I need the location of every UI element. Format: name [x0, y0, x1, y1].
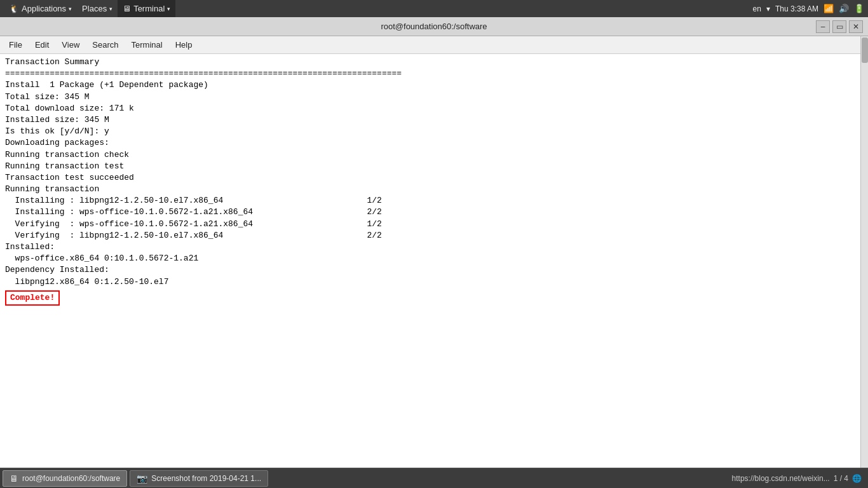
- terminal-window: root@foundation60:/software – ▭ ✕ FileEd…: [0, 17, 868, 488]
- terminal-line: ========================================…: [5, 68, 863, 79]
- terminal-line: Install 1 Package (+1 Dependent package): [5, 79, 863, 91]
- taskbar-screenshot-label: Screenshot from 2019-04-21 1...: [151, 474, 261, 483]
- terminal-line: Dependency Installed:: [5, 264, 863, 276]
- taskbar-right: https://blog.csdn.net/weixin... 1 / 4 🌐: [732, 474, 865, 483]
- menu-item-terminal[interactable]: Terminal: [125, 37, 169, 52]
- complete-badge: Complete!: [5, 290, 60, 306]
- places-label: Places: [82, 4, 107, 13]
- menu-item-edit[interactable]: Edit: [29, 37, 55, 52]
- terminal-icon: 🖥: [123, 4, 131, 13]
- terminal-line: Total size: 345 M: [5, 92, 863, 103]
- scrollbar[interactable]: [860, 36, 868, 468]
- wifi-icon: 📶: [824, 4, 834, 13]
- menu-item-help[interactable]: Help: [169, 37, 199, 52]
- system-bar-right: en ▾ Thu 3:38 AM 📶 🔊 🔋: [753, 4, 864, 13]
- terminal-line: libpng12.x86_64 0:1.2.50-10.el7: [5, 276, 863, 288]
- terminal-line: Is this ok [y/d/N]: y: [5, 126, 863, 137]
- places-arrow: ▾: [109, 6, 112, 12]
- terminal-line: Installed:: [5, 241, 863, 253]
- terminal-menu[interactable]: 🖥 Terminal ▾: [118, 0, 175, 17]
- system-bar: 🐧 Applications ▾ Places ▾ 🖥 Terminal ▾ e…: [0, 0, 868, 17]
- terminal-line: Installing : libpng12-1.2.50-10.el7.x86_…: [5, 195, 863, 207]
- taskbar-terminal-icon: 🖥: [10, 473, 18, 484]
- terminal-label: Terminal: [133, 4, 165, 13]
- lang-arrow: ▾: [766, 4, 770, 13]
- applications-menu[interactable]: 🐧 Applications ▾: [4, 0, 77, 17]
- close-button[interactable]: ✕: [849, 20, 863, 33]
- terminal-line: Running transaction check: [5, 149, 863, 161]
- titlebar-controls: – ▭ ✕: [816, 20, 863, 33]
- taskbar-url: https://blog.csdn.net/weixin...: [732, 474, 830, 483]
- terminal-line: Verifying : libpng12-1.2.50-10.el7.x86_6…: [5, 230, 863, 241]
- terminal-titlebar: root@foundation60:/software – ▭ ✕: [0, 17, 868, 36]
- terminal-line: Installed size: 345 M: [5, 114, 863, 126]
- terminal-arrow: ▾: [167, 6, 170, 12]
- datetime: Thu 3:38 AM: [775, 4, 818, 13]
- menu-item-search[interactable]: Search: [86, 37, 125, 52]
- terminal-content[interactable]: Transaction Summary=====================…: [0, 54, 868, 488]
- taskbar-screenshot-icon: 📷: [137, 473, 147, 484]
- battery-icon: 🔋: [854, 4, 864, 13]
- taskbar: 🖥 root@foundation60:/software 📷 Screensh…: [0, 468, 868, 488]
- minimize-button[interactable]: –: [816, 20, 830, 33]
- terminal-line: Transaction Summary: [5, 57, 863, 68]
- terminal-line: Installing : wps-office-10.1.0.5672-1.a2…: [5, 207, 863, 218]
- taskbar-item-screenshot[interactable]: 📷 Screenshot from 2019-04-21 1...: [130, 470, 268, 487]
- lang-selector[interactable]: en: [753, 4, 761, 13]
- taskbar-terminal-label: root@foundation60:/software: [22, 474, 120, 483]
- terminal-title: root@foundation60:/software: [381, 22, 487, 31]
- apps-icon: 🐧: [9, 4, 19, 13]
- apps-arrow: ▾: [69, 6, 72, 12]
- taskbar-page: 1 / 4: [834, 474, 848, 483]
- terminal-line: Transaction test succeeded: [5, 172, 863, 184]
- menu-item-view[interactable]: View: [55, 37, 86, 52]
- terminal-line: Running transaction: [5, 184, 863, 195]
- scrollbar-thumb[interactable]: [862, 37, 868, 63]
- volume-icon: 🔊: [839, 4, 849, 13]
- terminal-line: Running transaction test: [5, 161, 863, 172]
- taskbar-item-terminal[interactable]: 🖥 root@foundation60:/software: [3, 470, 127, 487]
- complete-line: Complete!: [5, 288, 863, 306]
- taskbar-globe-icon: 🌐: [852, 474, 862, 483]
- places-menu[interactable]: Places ▾: [77, 0, 118, 17]
- terminal-line: Verifying : wps-office-10.1.0.5672-1.a21…: [5, 219, 863, 230]
- terminal-line: Downloading packages:: [5, 137, 863, 149]
- menu-bar: FileEditViewSearchTerminalHelp: [0, 36, 868, 54]
- system-bar-left: 🐧 Applications ▾ Places ▾ 🖥 Terminal ▾: [4, 0, 175, 17]
- terminal-line: Total download size: 171 k: [5, 103, 863, 114]
- applications-label: Applications: [22, 4, 66, 13]
- menu-item-file[interactable]: File: [3, 37, 29, 52]
- maximize-button[interactable]: ▭: [832, 20, 846, 33]
- terminal-line: wps-office.x86_64 0:10.1.0.5672-1.a21: [5, 253, 863, 264]
